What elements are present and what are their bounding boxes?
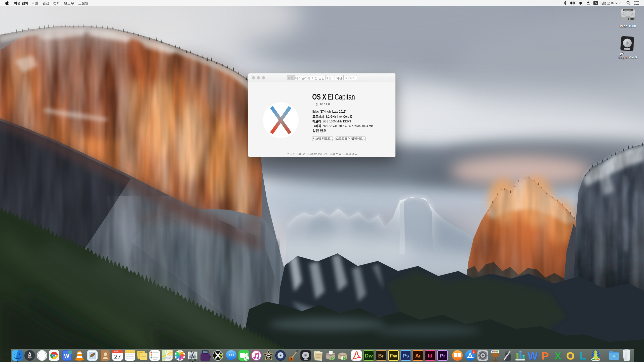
svg-text:Logic Pro X: Logic Pro X <box>618 55 637 59</box>
svg-text:27: 27 <box>114 353 121 360</box>
svg-text:G: G <box>344 357 346 360</box>
svg-text:W: W <box>528 350 538 362</box>
svg-text:1: 1 <box>473 350 474 353</box>
svg-text:3D: 3D <box>168 357 171 359</box>
svg-text:O: O <box>566 350 575 362</box>
svg-text:Fw: Fw <box>390 353 397 358</box>
svg-text:Pr: Pr <box>440 353 445 358</box>
svg-text:G: G <box>332 357 334 360</box>
svg-text:X: X <box>554 350 561 362</box>
svg-text:Id: Id <box>428 353 433 358</box>
svg-text:12월: 12월 <box>114 350 118 352</box>
svg-text:Br: Br <box>378 353 384 358</box>
svg-text:Dw: Dw <box>365 353 373 358</box>
svg-text:L: L <box>580 350 586 362</box>
svg-text:Ai: Ai <box>415 353 421 358</box>
svg-text:P: P <box>542 350 549 362</box>
svg-text:iMac-1000: iMac-1000 <box>620 24 636 28</box>
svg-text:Ps: Ps <box>403 353 409 358</box>
